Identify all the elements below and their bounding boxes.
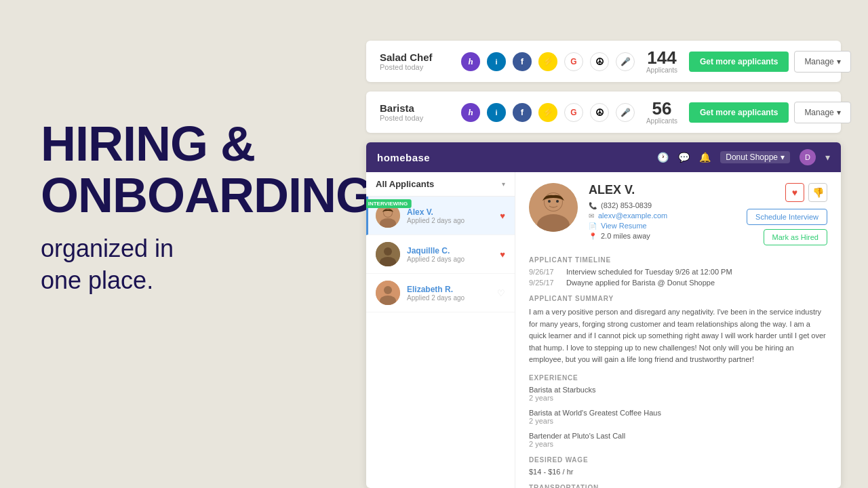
list-header: All Applicants ▾ bbox=[366, 172, 515, 197]
like-button[interactable]: ♥ bbox=[785, 183, 804, 202]
job-info-salad-chef: Salad Chef Posted today bbox=[380, 52, 461, 71]
applicant-item-elizabeth[interactable]: Elizabeth R. Applied 2 days ago ♡ bbox=[366, 274, 515, 312]
source-mic-icon: 🎤 bbox=[616, 52, 635, 71]
svg-point-8 bbox=[384, 286, 392, 294]
experience-item-2: Bartender at Pluto's Last Call 2 years bbox=[529, 432, 827, 448]
applicant-name-jaquille: Jaquillle C. bbox=[407, 246, 493, 256]
source-h-icon-b: h bbox=[461, 103, 480, 122]
detail-email[interactable]: alexv@example.com bbox=[598, 211, 667, 220]
experience-label: EXPERIENCE bbox=[529, 374, 827, 382]
get-more-applicants-btn-barista[interactable]: Get more applicants bbox=[689, 102, 789, 123]
avatar-header[interactable]: D bbox=[800, 149, 816, 165]
app-panel: homebase 🕐 💬 🔔 Donut Shoppe ▾ D ▾ All Ap… bbox=[366, 142, 841, 488]
avatar-elizabeth bbox=[376, 281, 400, 305]
chevron-down-icon-shop: ▾ bbox=[781, 152, 785, 162]
source-zap-icon-b: ⚡ bbox=[538, 103, 557, 122]
location-icon: 📍 bbox=[589, 232, 597, 240]
job-card-salad-chef: Salad Chef Posted today h i f ⚡ G ☮ 🎤 14… bbox=[366, 41, 841, 82]
job-posted-barista: Posted today bbox=[380, 114, 461, 122]
job-posted-salad-chef: Posted today bbox=[380, 63, 461, 71]
experience-duration-0: 2 years bbox=[529, 394, 827, 402]
detail-distance: 2.0 miles away bbox=[601, 232, 650, 240]
app-header: homebase 🕐 💬 🔔 Donut Shoppe ▾ D ▾ bbox=[366, 142, 841, 172]
shop-badge[interactable]: Donut Shoppe ▾ bbox=[720, 151, 790, 163]
source-zap-icon: ⚡ bbox=[538, 52, 557, 71]
manage-btn-salad-chef[interactable]: Manage ▾ bbox=[794, 51, 850, 73]
mark-hired-btn[interactable]: Mark as Hired bbox=[764, 229, 827, 245]
right-panel: Salad Chef Posted today h i f ⚡ G ☮ 🎤 14… bbox=[339, 0, 868, 488]
timeline-date-1: 9/25/17 bbox=[529, 279, 559, 287]
clock-icon[interactable]: 🕐 bbox=[657, 152, 669, 163]
detail-phone: (832) 853-0839 bbox=[601, 201, 652, 209]
app-header-icons: 🕐 💬 🔔 Donut Shoppe ▾ D ▾ bbox=[657, 149, 830, 165]
detail-name: ALEX V. bbox=[589, 183, 736, 197]
applicant-item-alex[interactable]: INTERVIEWING Alex V. bbox=[366, 197, 515, 235]
applicant-list: All Applicants ▾ INTERVIEWING bbox=[366, 172, 515, 488]
applicant-info-jaquille: Jaquillle C. Applied 2 days ago bbox=[407, 246, 493, 263]
timeline-text-1: Dwayne applied for Barista @ Donut Shopp… bbox=[566, 279, 827, 287]
source-mic-icon-b: 🎤 bbox=[616, 103, 635, 122]
summary-text: I am a very positive person and disregar… bbox=[529, 306, 827, 366]
chat-icon[interactable]: 💬 bbox=[678, 152, 690, 163]
applicant-applied-alex: Applied 2 days ago bbox=[407, 217, 493, 224]
doc-icon: 📄 bbox=[589, 222, 597, 230]
phone-icon: 📞 bbox=[589, 202, 597, 209]
svg-point-14 bbox=[548, 200, 551, 203]
source-h-icon: h bbox=[461, 52, 480, 71]
experience-duration-2: 2 years bbox=[529, 440, 827, 448]
experience-title-1: Barista at World's Greatest Coffee Haus bbox=[529, 409, 827, 417]
schedule-interview-btn[interactable]: Schedule Interview bbox=[747, 209, 827, 225]
detail-info: ALEX V. 📞 (832) 853-0839 ✉ alexv@example… bbox=[589, 183, 736, 245]
heart-icon-jaquille[interactable]: ♥ bbox=[500, 249, 505, 260]
bell-icon[interactable]: 🔔 bbox=[699, 152, 711, 163]
detail-avatar bbox=[529, 183, 578, 232]
app-logo: homebase bbox=[377, 152, 430, 163]
hero-title: HIRING & ONBOARDING bbox=[41, 119, 326, 221]
applicant-info-elizabeth: Elizabeth R. Applied 2 days ago bbox=[407, 285, 490, 302]
job-title-salad-chef: Salad Chef bbox=[380, 52, 461, 63]
chevron-down-icon-user: ▾ bbox=[825, 152, 830, 163]
timeline-row-0: 9/26/17 Interview scheduled for Tuesday … bbox=[529, 268, 827, 276]
job-sources-salad-chef: h i f ⚡ G ☮ 🎤 bbox=[461, 52, 635, 71]
applicant-item-jaquille[interactable]: Jaquillle C. Applied 2 days ago ♥ bbox=[366, 235, 515, 274]
chevron-down-icon-list: ▾ bbox=[502, 180, 505, 188]
experience-list: Barista at Starbucks 2 years Barista at … bbox=[529, 386, 827, 448]
experience-item-0: Barista at Starbucks 2 years bbox=[529, 386, 827, 402]
interview-badge-alex: INTERVIEWING bbox=[366, 199, 411, 208]
chevron-down-icon-b: ▾ bbox=[837, 108, 841, 117]
timeline-text-0: Interview scheduled for Tuesday 9/26 at … bbox=[566, 268, 827, 276]
source-fb-icon-b: f bbox=[513, 103, 532, 122]
detail-top: ALEX V. 📞 (832) 853-0839 ✉ alexv@example… bbox=[529, 183, 827, 245]
transport-label: TRANSPORTATION bbox=[529, 484, 827, 488]
source-peace-icon-b: ☮ bbox=[590, 103, 609, 122]
avatar-jaquille bbox=[376, 242, 400, 266]
get-more-applicants-btn-salad-chef[interactable]: Get more applicants bbox=[689, 52, 789, 72]
applicant-name-elizabeth: Elizabeth R. bbox=[407, 285, 490, 294]
manage-btn-barista[interactable]: Manage ▾ bbox=[794, 102, 850, 123]
avatar-wrap-jaquille bbox=[376, 242, 400, 266]
source-g-icon-b: G bbox=[564, 103, 583, 122]
detail-actions: ♥ 👎 Schedule Interview Mark as Hired bbox=[747, 183, 827, 245]
experience-title-2: Bartender at Pluto's Last Call bbox=[529, 432, 827, 440]
heart-icon-alex[interactable]: ♥ bbox=[500, 211, 505, 221]
app-body: All Applicants ▾ INTERVIEWING bbox=[366, 172, 841, 488]
job-card-barista: Barista Posted today h i f ⚡ G ☮ 🎤 56 Ap… bbox=[366, 92, 841, 133]
heart-icon-elizabeth[interactable]: ♡ bbox=[497, 288, 505, 298]
dislike-button[interactable]: 👎 bbox=[808, 183, 827, 202]
job-info-barista: Barista Posted today bbox=[380, 102, 461, 122]
summary-label: APPLICANT SUMMARY bbox=[529, 295, 827, 302]
wage-label: DESIRED WAGE bbox=[529, 456, 827, 464]
job-title-barista: Barista bbox=[380, 102, 461, 114]
detail-email-row: ✉ alexv@example.com bbox=[589, 211, 736, 220]
detail-distance-row: 📍 2.0 miles away bbox=[589, 232, 736, 240]
job-actions-barista: Get more applicants Manage ▾ bbox=[689, 102, 851, 123]
job-count-barista: 56 Applicants bbox=[635, 100, 689, 125]
experience-title-0: Barista at Starbucks bbox=[529, 386, 827, 394]
svg-point-5 bbox=[384, 247, 392, 256]
chevron-down-icon: ▾ bbox=[837, 57, 841, 66]
job-count-salad-chef: 144 Applicants bbox=[635, 49, 689, 74]
timeline-list: 9/26/17 Interview scheduled for Tuesday … bbox=[529, 268, 827, 287]
timeline-row-1: 9/25/17 Dwayne applied for Barista @ Don… bbox=[529, 279, 827, 287]
detail-resume-link[interactable]: View Resume bbox=[601, 222, 647, 230]
job-sources-barista: h i f ⚡ G ☮ 🎤 bbox=[461, 103, 635, 122]
